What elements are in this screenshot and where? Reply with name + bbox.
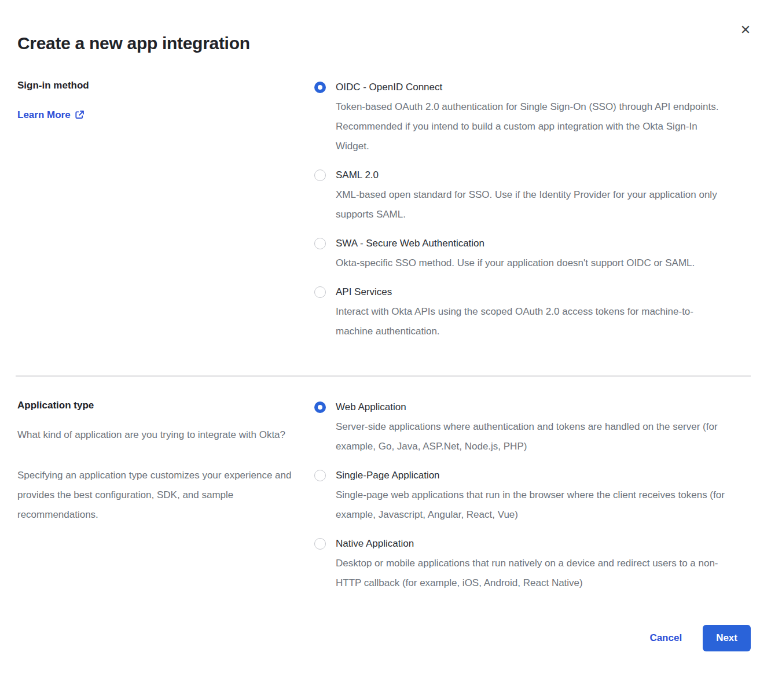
radio-option-web: Web ApplicationServer-side applications …	[314, 397, 730, 456]
signin-method-left-column: Sign-in method Learn More	[17, 78, 314, 341]
learn-more-label: Learn More	[17, 108, 71, 122]
dialog-title: Create a new app integration	[0, 34, 771, 53]
option-body-native: Native ApplicationDesktop or mobile appl…	[336, 534, 730, 593]
next-button[interactable]: Next	[703, 625, 751, 651]
radio-option-spa: Single-Page ApplicationSingle-page web a…	[314, 466, 730, 525]
radio-api[interactable]	[314, 286, 326, 298]
create-app-integration-dialog: ✕ Create a new app integration Sign-in m…	[0, 0, 771, 700]
radio-saml[interactable]	[314, 170, 326, 181]
option-body-oidc: OIDC - OpenID ConnectToken-based OAuth 2…	[336, 78, 730, 156]
radio-option-api: API ServicesInteract with Okta APIs usin…	[314, 282, 730, 341]
option-desc-oidc: Token-based OAuth 2.0 authentication for…	[336, 97, 730, 156]
option-body-saml: SAML 2.0XML-based open standard for SSO.…	[336, 165, 730, 224]
option-label-native[interactable]: Native Application	[336, 534, 730, 554]
radio-option-swa: SWA - Secure Web AuthenticationOkta-spec…	[314, 234, 730, 273]
radio-option-saml: SAML 2.0XML-based open standard for SSO.…	[314, 165, 730, 224]
dialog-footer: Cancel Next	[0, 625, 771, 651]
radio-native[interactable]	[314, 538, 326, 550]
signin-method-section: Sign-in method Learn More OIDC - OpenID …	[0, 78, 771, 341]
radio-spa[interactable]	[314, 470, 326, 481]
option-desc-api: Interact with Okta APIs using the scoped…	[336, 302, 730, 341]
option-desc-swa: Okta-specific SSO method. Use if your ap…	[336, 253, 730, 273]
option-label-saml[interactable]: SAML 2.0	[336, 165, 730, 185]
option-label-oidc[interactable]: OIDC - OpenID Connect	[336, 78, 730, 97]
signin-method-heading: Sign-in method	[17, 78, 297, 93]
option-label-spa[interactable]: Single-Page Application	[336, 466, 730, 485]
section-divider	[16, 375, 751, 377]
option-label-api[interactable]: API Services	[336, 282, 730, 302]
option-desc-spa: Single-page web applications that run in…	[336, 485, 730, 525]
option-body-spa: Single-Page ApplicationSingle-page web a…	[336, 466, 730, 525]
option-label-swa[interactable]: SWA - Secure Web Authentication	[336, 234, 730, 253]
apptype-description: Specifying an application type customize…	[17, 466, 294, 525]
option-label-web[interactable]: Web Application	[336, 397, 730, 417]
learn-more-link[interactable]: Learn More	[17, 108, 85, 122]
external-link-icon	[75, 110, 85, 120]
radio-option-native: Native ApplicationDesktop or mobile appl…	[314, 534, 730, 593]
application-type-section: Application type What kind of applicatio…	[0, 397, 771, 593]
signin-options: OIDC - OpenID ConnectToken-based OAuth 2…	[314, 78, 730, 341]
option-body-swa: SWA - Secure Web AuthenticationOkta-spec…	[336, 234, 730, 273]
cancel-button[interactable]: Cancel	[649, 632, 682, 644]
apptype-question: What kind of application are you trying …	[17, 425, 294, 445]
option-body-web: Web ApplicationServer-side applications …	[336, 397, 730, 456]
close-icon: ✕	[740, 24, 751, 36]
option-desc-native: Desktop or mobile applications that run …	[336, 554, 730, 593]
close-button[interactable]: ✕	[736, 21, 755, 39]
application-type-heading: Application type	[17, 397, 297, 413]
option-desc-saml: XML-based open standard for SSO. Use if …	[336, 185, 730, 224]
application-type-left-column: Application type What kind of applicatio…	[17, 397, 314, 593]
option-body-api: API ServicesInteract with Okta APIs usin…	[336, 282, 730, 341]
radio-swa[interactable]	[314, 238, 326, 249]
radio-oidc-selected[interactable]	[314, 82, 326, 93]
radio-web-selected[interactable]	[314, 401, 326, 413]
apptype-options: Web ApplicationServer-side applications …	[314, 397, 730, 593]
radio-option-oidc: OIDC - OpenID ConnectToken-based OAuth 2…	[314, 78, 730, 156]
option-desc-web: Server-side applications where authentic…	[336, 417, 730, 456]
